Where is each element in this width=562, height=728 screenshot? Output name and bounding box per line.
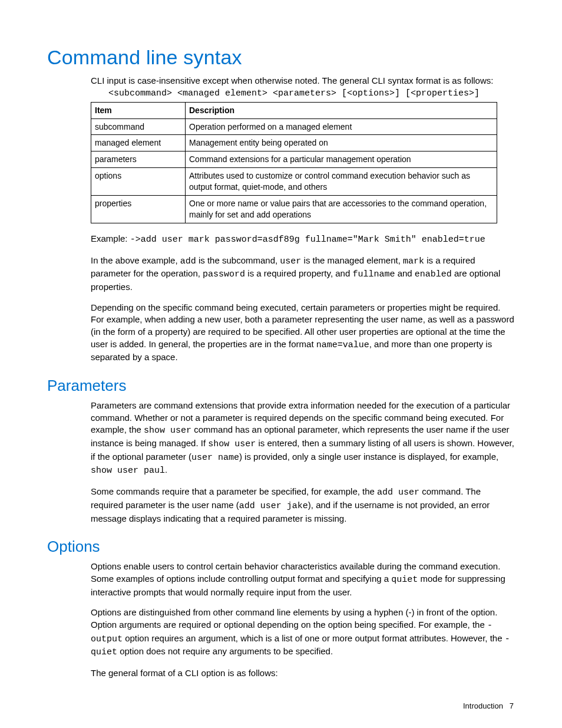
parameters-paragraph-2: Some commands require that a parameter b…: [91, 486, 515, 525]
table-row: managed element Management entity being …: [91, 135, 497, 151]
cell-item: options: [91, 168, 186, 196]
code: add: [180, 256, 196, 266]
section-body: Options enable users to control certain …: [91, 561, 515, 680]
code: add user: [377, 487, 419, 498]
table-row: options Attributes used to customize or …: [91, 168, 497, 196]
intro-paragraph: CLI input is case-insensitive except whe…: [91, 75, 515, 87]
example-label: Example:: [91, 233, 130, 243]
table-row: parameters Command extensions for a part…: [91, 151, 497, 168]
text: ) is provided, only a single user instan…: [239, 452, 498, 462]
example-code: ->add user mark password=asdf89g fullnam…: [130, 235, 485, 245]
cell-desc: Attributes used to customize or control …: [186, 168, 497, 196]
code: show user: [208, 439, 256, 449]
page-footer: Introduction 7: [463, 701, 514, 710]
syntax-table: Item Description subcommand Operation pe…: [91, 102, 497, 223]
explanation-paragraph-2: Depending on the specific command being …: [91, 302, 515, 364]
code: user: [280, 256, 301, 266]
cell-item: parameters: [91, 151, 186, 168]
text: option requires an argument, which is a …: [123, 633, 505, 643]
page-content: Command line syntax CLI input is case-in…: [0, 0, 562, 680]
table-header-row: Item Description: [91, 102, 497, 118]
code: user name: [191, 453, 239, 463]
text: is the subcommand,: [196, 255, 280, 265]
table-row: subcommand Operation performed on a mana…: [91, 118, 497, 135]
section-body: CLI input is case-insensitive except whe…: [91, 75, 515, 364]
cell-desc: One or more name or value pairs that are…: [186, 196, 497, 223]
text: is a required property, and: [245, 268, 352, 278]
code: name=value: [316, 340, 369, 350]
heading-options: Options: [47, 538, 515, 556]
cell-item: managed element: [91, 135, 186, 151]
code: enabled: [415, 269, 452, 279]
text: option does not require any arguments to…: [117, 646, 333, 656]
text: .: [165, 465, 167, 475]
text: Some commands require that a parameter b…: [91, 486, 377, 496]
text: and: [395, 268, 414, 278]
cell-desc: Management entity being operated on: [186, 135, 497, 151]
code: mark: [403, 256, 424, 266]
th-description: Description: [186, 102, 497, 118]
syntax-format: <subcommand> <managed element> <paramete…: [108, 88, 515, 98]
footer-page-number: 7: [510, 701, 514, 710]
text: Options are distinguished from other com…: [91, 607, 497, 630]
code: show user paul: [91, 466, 165, 476]
cell-item: subcommand: [91, 118, 186, 135]
table-row: properties One or more name or value pai…: [91, 196, 497, 223]
heading-command-line-syntax: Command line syntax: [47, 46, 515, 69]
th-item: Item: [91, 102, 186, 118]
cell-desc: Operation performed on a managed element: [186, 118, 497, 135]
code: fullname: [352, 269, 395, 279]
code: add user jake: [239, 501, 308, 511]
section-body: Parameters are command extensions that p…: [91, 400, 515, 525]
code: quiet: [391, 575, 418, 585]
options-paragraph-1: Options enable users to control certain …: [91, 561, 515, 598]
heading-parameters: Parameters: [47, 377, 515, 395]
code: show user: [144, 426, 191, 436]
text: is the managed element,: [301, 255, 403, 265]
cell-item: properties: [91, 196, 186, 223]
code: password: [203, 269, 245, 279]
text: In the above example,: [91, 255, 180, 265]
options-paragraph-3: The general format of a CLI option is as…: [91, 667, 515, 680]
example-line: Example: ->add user mark password=asdf89…: [91, 233, 515, 246]
parameters-paragraph-1: Parameters are command extensions that p…: [91, 400, 515, 477]
explanation-paragraph-1: In the above example, add is the subcomm…: [91, 255, 515, 294]
cell-desc: Command extensions for a particular mana…: [186, 151, 497, 168]
options-paragraph-2: Options are distinguished from other com…: [91, 607, 515, 659]
